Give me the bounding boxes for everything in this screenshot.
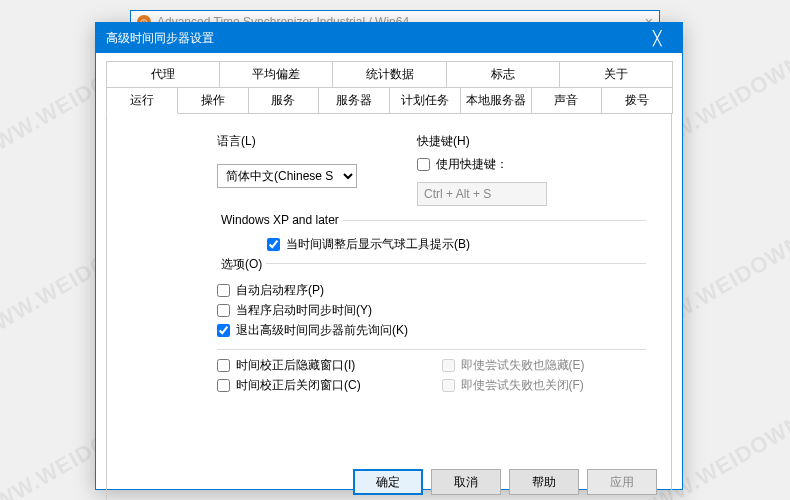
- options-group-title: 选项(O): [217, 256, 266, 273]
- tab-sound[interactable]: 声音: [531, 87, 603, 114]
- settings-dialog: 高级时间同步器设置 ╳ 代理 平均偏差 统计数据 标志 关于 运行 操作 服务 …: [95, 22, 683, 490]
- use-hotkey-checkbox[interactable]: 使用快捷键：: [417, 156, 547, 173]
- apply-button: 应用: [587, 469, 657, 495]
- tab-about[interactable]: 关于: [559, 61, 673, 87]
- tab-server[interactable]: 服务器: [318, 87, 390, 114]
- close-after-correct-input[interactable]: [217, 379, 230, 392]
- balloon-text: 当时间调整后显示气球工具提示(B): [286, 236, 470, 253]
- help-button[interactable]: 帮助: [509, 469, 579, 495]
- close-after-correct-text: 时间校正后关闭窗口(C): [236, 377, 361, 394]
- language-label: 语言(L): [217, 133, 377, 150]
- dialog-titlebar: 高级时间同步器设置 ╳: [96, 23, 682, 53]
- tab-dial[interactable]: 拨号: [601, 87, 673, 114]
- tabs-row-2: 运行 操作 服务 服务器 计划任务 本地服务器 声音 拨号: [106, 87, 672, 114]
- tab-avg-deviation[interactable]: 平均偏差: [219, 61, 333, 87]
- close-icon[interactable]: ╳: [642, 30, 672, 46]
- balloon-input[interactable]: [267, 238, 280, 251]
- sync-on-start-input[interactable]: [217, 304, 230, 317]
- close-after-correct-checkbox[interactable]: 时间校正后关闭窗口(C): [217, 377, 422, 394]
- tab-statistics[interactable]: 统计数据: [332, 61, 446, 87]
- dialog-title: 高级时间同步器设置: [106, 30, 214, 47]
- sync-on-start-checkbox[interactable]: 当程序启动时同步时间(Y): [217, 302, 646, 319]
- close-even-fail-checkbox: 即使尝试失败也关闭(F): [442, 377, 647, 394]
- tab-proxy[interactable]: 代理: [106, 61, 220, 87]
- dialog-buttons: 确定 取消 帮助 应用: [107, 459, 671, 500]
- tab-service[interactable]: 服务: [248, 87, 320, 114]
- close-even-fail-text: 即使尝试失败也关闭(F): [461, 377, 584, 394]
- autostart-text: 自动启动程序(P): [236, 282, 324, 299]
- ask-exit-input[interactable]: [217, 324, 230, 337]
- autostart-input[interactable]: [217, 284, 230, 297]
- use-hotkey-text: 使用快捷键：: [436, 156, 508, 173]
- tab-run[interactable]: 运行: [106, 87, 178, 114]
- close-even-fail-input: [442, 379, 455, 392]
- hide-after-correct-text: 时间校正后隐藏窗口(I): [236, 357, 355, 374]
- tab-local-server[interactable]: 本地服务器: [460, 87, 532, 114]
- sync-on-start-text: 当程序启动时同步时间(Y): [236, 302, 372, 319]
- tab-content-run: 语言(L) 简体中文(Chinese S 快捷键(H) 使用快捷键：: [107, 113, 671, 459]
- autostart-checkbox[interactable]: 自动启动程序(P): [217, 282, 646, 299]
- tab-operation[interactable]: 操作: [177, 87, 249, 114]
- tab-schedule[interactable]: 计划任务: [389, 87, 461, 114]
- hide-even-fail-checkbox: 即使尝试失败也隐藏(E): [442, 357, 647, 374]
- hotkey-label: 快捷键(H): [417, 133, 547, 150]
- hide-even-fail-input: [442, 359, 455, 372]
- balloon-checkbox[interactable]: 当时间调整后显示气球工具提示(B): [267, 236, 646, 253]
- language-select[interactable]: 简体中文(Chinese S: [217, 164, 357, 188]
- use-hotkey-input[interactable]: [417, 158, 430, 171]
- hotkey-field: [417, 182, 547, 206]
- cancel-button[interactable]: 取消: [431, 469, 501, 495]
- hide-even-fail-text: 即使尝试失败也隐藏(E): [461, 357, 585, 374]
- hide-after-correct-checkbox[interactable]: 时间校正后隐藏窗口(I): [217, 357, 422, 374]
- ask-exit-text: 退出高级时间同步器前先询问(K): [236, 322, 408, 339]
- tab-flags[interactable]: 标志: [446, 61, 560, 87]
- xp-group-title: Windows XP and later: [217, 213, 343, 227]
- ok-button[interactable]: 确定: [353, 469, 423, 495]
- ask-exit-checkbox[interactable]: 退出高级时间同步器前先询问(K): [217, 322, 646, 339]
- tabs-row-1: 代理 平均偏差 统计数据 标志 关于: [106, 61, 672, 87]
- hide-after-correct-input[interactable]: [217, 359, 230, 372]
